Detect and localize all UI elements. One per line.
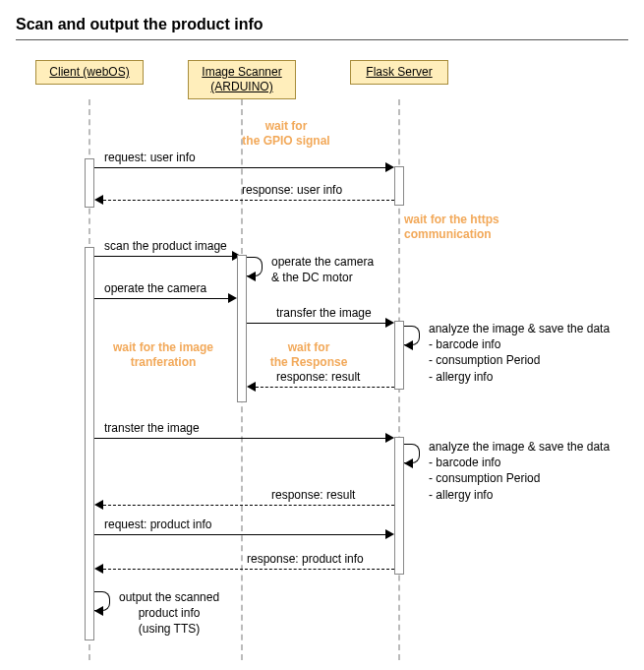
- lifeline-scanner-label1: Image Scanner: [202, 65, 281, 79]
- note-https-l1: wait for the https: [404, 213, 499, 226]
- txt: output the scanned: [119, 590, 219, 604]
- note-wait-response: wait for the Response: [264, 340, 353, 370]
- lifeline-client-label: Client (webOS): [49, 65, 129, 79]
- txt: - barcode info: [429, 337, 500, 351]
- activation-client-1: [85, 158, 94, 208]
- msg-label: transfer the image: [276, 306, 372, 320]
- sequence-diagram: Client (webOS) Image Scanner (ARDUINO) F…: [16, 60, 625, 660]
- selfmsg-operate-camera-text: operate the camera & the DC motor: [271, 254, 374, 285]
- txt: - consumption Period: [429, 471, 540, 485]
- lifeline-server-label: Flask Server: [366, 65, 432, 79]
- msg-label: request: product info: [104, 518, 211, 531]
- txt: - allergy info: [429, 488, 493, 502]
- txt: wait for: [288, 340, 330, 354]
- lifeline-client: Client (webOS): [35, 60, 144, 85]
- txt: - consumption Period: [429, 353, 540, 367]
- txt: analyze the image & save the data: [429, 322, 610, 335]
- msg-label: transter the image: [104, 421, 200, 435]
- txt: - allergy info: [429, 370, 493, 384]
- msg-label: response: user info: [242, 183, 342, 197]
- activation-scanner-1: [237, 255, 247, 402]
- note-gpio: wait for the GPIO signal: [242, 119, 330, 149]
- lifeline-server: Flask Server: [350, 60, 448, 85]
- txt: & the DC motor: [271, 271, 353, 284]
- txt: tranferation: [131, 355, 197, 369]
- txt: - barcode info: [429, 456, 500, 469]
- msg-label: operate the camera: [104, 281, 206, 295]
- title-underline: [16, 39, 628, 40]
- lifeline-scanner-label2: (ARDUINO): [210, 80, 272, 93]
- note-gpio-l1: wait for: [265, 119, 308, 133]
- msg-label: request: user info: [104, 151, 196, 164]
- txt: analyze the image & save the data: [429, 440, 610, 454]
- activation-server-1: [394, 166, 404, 206]
- activation-server-2: [394, 321, 404, 390]
- note-https-l2: communication: [404, 227, 492, 241]
- selfmsg-analyze-1-text: analyze the image & save the data - barc…: [429, 321, 610, 385]
- selfmsg-output-tts-text: output the scanned product info (using T…: [119, 589, 219, 638]
- txt: wait for the image: [113, 340, 213, 354]
- note-image-transfer: wait for the image tranferation: [104, 340, 222, 370]
- selfmsg-analyze-2-text: analyze the image & save the data - barc…: [429, 439, 610, 503]
- msg-label: response: result: [276, 370, 360, 384]
- activation-server-3: [394, 437, 404, 575]
- msg-label: scan the product image: [104, 239, 227, 253]
- msg-label: response: product info: [247, 552, 364, 566]
- txt: operate the camera: [271, 255, 374, 269]
- diagram-title: Scan and output the product info: [16, 16, 628, 33]
- msg-label: response: result: [271, 488, 355, 502]
- txt: (using TTS): [139, 622, 200, 636]
- note-https: wait for the https communication: [404, 213, 522, 242]
- txt: product info: [139, 606, 201, 620]
- lifeline-scanner: Image Scanner (ARDUINO): [188, 60, 296, 99]
- activation-client-2: [85, 247, 94, 640]
- txt: the Response: [270, 355, 348, 369]
- note-gpio-l2: the GPIO signal: [242, 134, 329, 148]
